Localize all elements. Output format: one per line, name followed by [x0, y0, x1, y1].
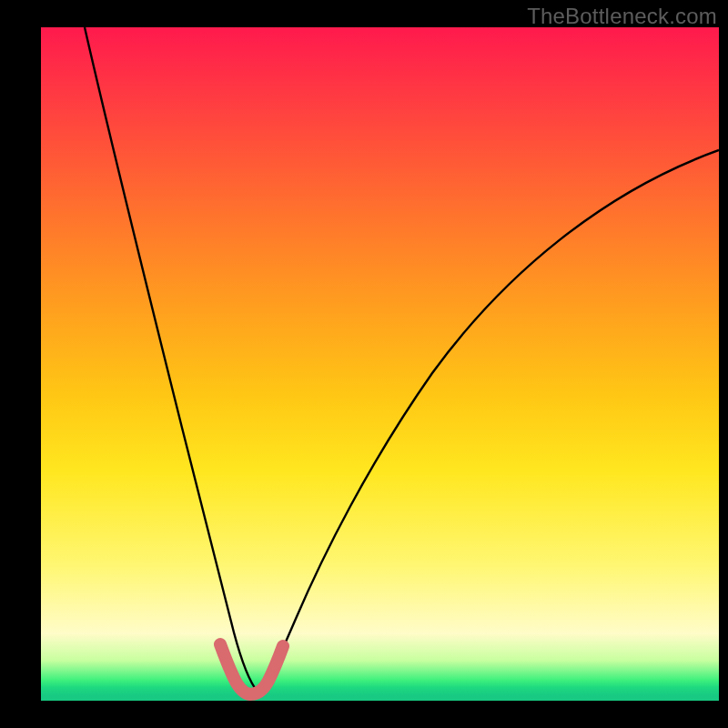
optimal-marker: [220, 644, 283, 694]
watermark-text: TheBottleneck.com: [527, 4, 717, 29]
chart-frame: TheBottleneck.com: [0, 0, 728, 728]
bottleneck-curve: [85, 27, 719, 692]
plot-area: [41, 27, 719, 701]
curve-layer: [41, 27, 719, 701]
